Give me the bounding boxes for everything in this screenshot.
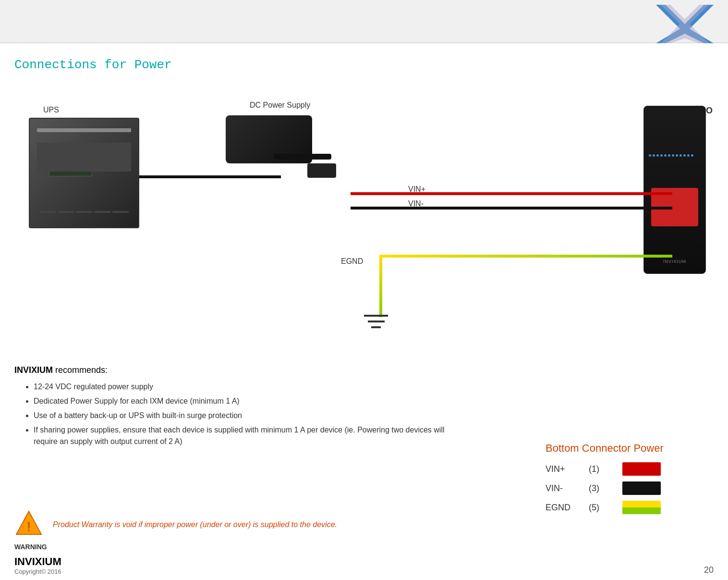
wire-vin-minus	[351, 207, 672, 210]
dc-label: DC Power Supply	[250, 101, 310, 110]
connector-color-egnd	[622, 501, 661, 514]
warning-icon: !	[14, 509, 43, 538]
rec-list: 12-24 VDC regulated power supply Dedicat…	[14, 381, 447, 447]
ixm-brand-label: INVIXIUM	[646, 259, 703, 264]
ixm-dot	[649, 154, 651, 157]
ixm-dot	[687, 154, 690, 157]
brand-name: INVIXIUM	[14, 365, 53, 375]
bottom-connector-title: Bottom Connector Power	[546, 442, 714, 455]
ixm-dot	[691, 154, 693, 157]
wire-ups-dc	[139, 175, 281, 178]
ups-label: UPS	[43, 106, 59, 114]
rec-title-suffix: recommends:	[53, 365, 108, 375]
connector-name-egnd: EGND	[546, 503, 579, 513]
dc-plug	[307, 163, 336, 178]
warning-label: WARNING	[14, 543, 47, 551]
warning-section: ! WARNING Product Warranty is void if im…	[14, 509, 447, 540]
list-item: Dedicated Power Supply for each IXM devi…	[34, 395, 447, 407]
ixm-dot	[656, 154, 659, 157]
connector-table: VIN+ (1) VIN- (3) EGND (5)	[546, 462, 714, 514]
footer-copyright: Copyright© 2016	[14, 568, 61, 575]
connector-row-egnd: EGND (5)	[546, 501, 714, 514]
connector-name-vin-plus: VIN+	[546, 464, 579, 474]
ups-vent	[94, 211, 110, 213]
ups-vent	[112, 211, 129, 213]
ground-line-3	[371, 326, 381, 328]
ups-device	[29, 118, 139, 228]
ixm-device-dots	[649, 154, 701, 157]
ixm-dot	[672, 154, 674, 157]
vin-minus-label: VIN-	[408, 199, 424, 208]
recommendations-section: INVIXIUM recommends: 12-24 VDC regulated…	[14, 365, 447, 450]
vin-plus-label: VIN+	[408, 185, 425, 194]
footer-brand: INVIXIUM	[14, 555, 61, 568]
ups-vent	[39, 211, 56, 213]
diagram-area: UPS DC Power Supply	[14, 91, 711, 370]
svg-marker-1	[661, 5, 709, 43]
ups-screen	[49, 157, 92, 176]
footer-page-number: 20	[704, 565, 714, 575]
footer-left: INVIXIUM Copyright© 2016	[14, 555, 61, 575]
ixm-device: INVIXIUM	[643, 106, 706, 274]
ups-vents	[39, 211, 129, 213]
svg-text:!: !	[26, 518, 31, 534]
ground-line-1	[364, 315, 388, 317]
rec-title: INVIXIUM recommends:	[14, 365, 447, 375]
page-title: Connections for Power	[14, 58, 172, 72]
list-item: Use of a battery back-up or UPS with bui…	[34, 410, 447, 421]
wire-vin-plus	[351, 192, 672, 195]
connector-color-vin-minus	[622, 481, 661, 495]
ixm-dot	[653, 154, 655, 157]
header-bar	[0, 0, 728, 43]
dc-cable	[274, 154, 331, 160]
logo-top	[656, 2, 714, 48]
ground-line-2	[368, 321, 385, 322]
ixm-dot	[664, 154, 667, 157]
connector-row-vin-minus: VIN- (3)	[546, 481, 714, 495]
warning-icon-container: ! WARNING	[14, 509, 43, 540]
ground-symbol	[364, 315, 388, 328]
ups-vent	[76, 211, 92, 213]
dc-device	[226, 115, 341, 192]
egnd-label: EGND	[341, 257, 363, 266]
connector-name-vin-minus: VIN-	[546, 483, 579, 494]
ups-vent	[58, 211, 74, 213]
bottom-connector-section: Bottom Connector Power VIN+ (1) VIN- (3)…	[546, 442, 714, 520]
wire-egnd-horizontal	[379, 255, 672, 258]
ixm-dot	[660, 154, 663, 157]
footer: INVIXIUM Copyright© 2016 20	[14, 555, 714, 575]
connector-num-egnd: (5)	[589, 503, 613, 513]
warning-text: Product Warranty is void if improper pow…	[53, 520, 337, 529]
connector-color-vin-plus	[622, 462, 661, 476]
ixm-dot	[683, 154, 686, 157]
ixm-dot	[668, 154, 670, 157]
ixm-dot	[679, 154, 682, 157]
ixm-dot	[676, 154, 678, 157]
wire-egnd-vertical	[379, 255, 382, 317]
list-item: If sharing power supplies, ensure that e…	[34, 424, 447, 447]
connector-row-vin-plus: VIN+ (1)	[546, 462, 714, 476]
connector-num-vin-minus: (3)	[589, 483, 613, 494]
list-item: 12-24 VDC regulated power supply	[34, 381, 447, 393]
connector-num-vin-plus: (1)	[589, 464, 613, 474]
